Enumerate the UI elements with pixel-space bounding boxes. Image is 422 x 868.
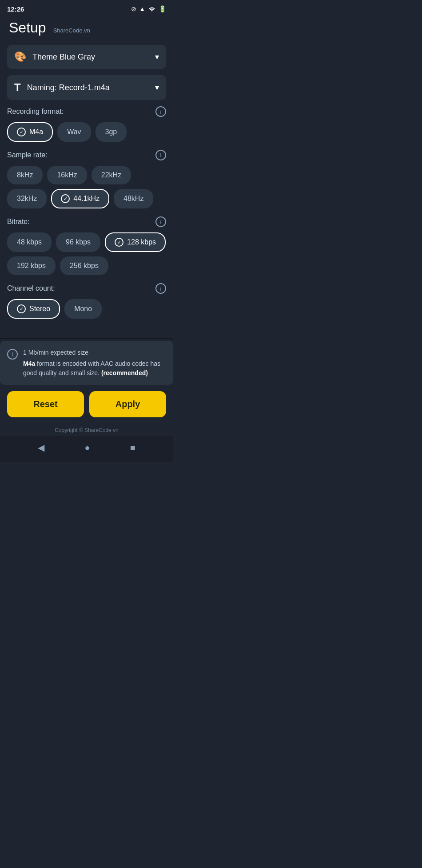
format-bold: M4a <box>23 360 35 367</box>
divider <box>0 338 173 339</box>
recording-format-title: Recording format: <box>7 108 64 116</box>
nav-recent-icon[interactable]: ■ <box>130 443 135 453</box>
dnd-icon: ⊘ <box>131 5 136 12</box>
sample-rate-title: Sample rate: <box>7 151 48 159</box>
bitrate-section: Bitrate: i 48 kbps 96 kbps ✓ 128 kbps 19… <box>7 216 166 275</box>
sample-rate-section: Sample rate: i 8kHz 16kHz 22kHz 32kHz ✓ … <box>7 150 166 208</box>
channel-stereo-button[interactable]: ✓ Stereo <box>7 299 60 319</box>
format-m4a-button[interactable]: ✓ M4a <box>7 122 53 142</box>
sample-44khz-button[interactable]: ✓ 44.1kHz <box>51 189 109 208</box>
naming-icon: T <box>14 81 21 94</box>
brand-label: ShareCode.vn <box>53 27 90 34</box>
apply-button[interactable]: Apply <box>89 391 166 417</box>
bitrate-info-icon[interactable]: i <box>155 216 166 227</box>
bitrate-128kbps-button[interactable]: ✓ 128 kbps <box>105 232 166 252</box>
reset-button[interactable]: Reset <box>7 391 84 417</box>
naming-dropdown[interactable]: T Naming: Record-1.m4a ▾ <box>7 75 166 100</box>
channel-mono-button[interactable]: Mono <box>64 299 102 319</box>
recommended-text: (recommended) <box>101 369 148 376</box>
sample-rate-options: 8kHz 16kHz 22kHz 32kHz ✓ 44.1kHz 48kHz <box>7 166 166 208</box>
sample-16khz-button[interactable]: 16kHz <box>47 166 87 184</box>
size-line: 1 Mb/min expected size <box>23 348 166 357</box>
info-banner-text: 1 Mb/min expected size M4a format is enc… <box>23 348 166 378</box>
signal-icon: ▲ <box>139 5 145 12</box>
info-banner-icon: i <box>7 349 18 360</box>
status-time: 12:26 <box>7 5 24 13</box>
info-banner: i 1 Mb/min expected size M4a format is e… <box>0 341 173 385</box>
channel-count-section: Channel count: i ✓ Stereo Mono <box>7 283 166 319</box>
bitrate-256kbps-button[interactable]: 256 kbps <box>60 256 108 275</box>
bottom-nav: ◀ ● ■ <box>0 436 173 462</box>
nav-home-icon[interactable]: ● <box>84 443 90 453</box>
stereo-check-icon: ✓ <box>17 304 26 313</box>
theme-chevron-icon: ▾ <box>155 52 159 62</box>
channel-count-info-icon[interactable]: i <box>155 283 166 294</box>
sample-48khz-button[interactable]: 48kHz <box>114 189 153 208</box>
theme-dropdown[interactable]: 🎨 Theme Blue Gray ▾ <box>7 45 166 69</box>
copyright: Copyright © ShareCode.vn <box>0 424 173 436</box>
bitrate-options: 48 kbps 96 kbps ✓ 128 kbps 192 kbps 256 … <box>7 232 166 275</box>
44khz-check-icon: ✓ <box>61 194 70 203</box>
channel-count-options: ✓ Stereo Mono <box>7 299 166 319</box>
m4a-check-icon: ✓ <box>17 128 26 136</box>
bitrate-title: Bitrate: <box>7 218 30 226</box>
nav-back-icon[interactable]: ◀ <box>38 442 44 453</box>
bitrate-48kbps-button[interactable]: 48 kbps <box>7 232 52 252</box>
action-bar: Reset Apply <box>0 385 173 424</box>
naming-chevron-icon: ▾ <box>155 83 159 92</box>
recording-format-section: Recording format: i ✓ M4a Wav 3gp <box>7 106 166 142</box>
sample-32khz-button[interactable]: 32kHz <box>7 189 47 208</box>
theme-label: Theme Blue Gray <box>32 52 95 62</box>
description-line: M4a format is encoded with AAC audio cod… <box>23 359 166 378</box>
main-content: 🎨 Theme Blue Gray ▾ T Naming: Record-1.m… <box>0 43 173 334</box>
128kbps-check-icon: ✓ <box>115 238 123 247</box>
header: Setup ShareCode.vn <box>0 16 173 43</box>
recording-format-info-icon[interactable]: i <box>155 106 166 117</box>
naming-label: Naming: Record-1.m4a <box>27 83 110 92</box>
wifi-icon <box>148 5 156 13</box>
battery-icon: 🔋 <box>159 5 166 12</box>
bitrate-192kbps-button[interactable]: 192 kbps <box>7 256 56 275</box>
status-bar: 12:26 ⊘ ▲ 🔋 <box>0 0 173 16</box>
status-icons: ⊘ ▲ 🔋 <box>131 5 166 13</box>
bitrate-96kbps-button[interactable]: 96 kbps <box>56 232 100 252</box>
sample-22khz-button[interactable]: 22kHz <box>92 166 131 184</box>
page-title: Setup <box>9 20 46 36</box>
format-wav-button[interactable]: Wav <box>57 122 91 142</box>
recording-format-options: ✓ M4a Wav 3gp <box>7 122 166 142</box>
theme-icon: 🎨 <box>14 51 26 63</box>
sample-8khz-button[interactable]: 8kHz <box>7 166 43 184</box>
format-3gp-button[interactable]: 3gp <box>96 122 127 142</box>
sample-rate-info-icon[interactable]: i <box>155 150 166 160</box>
channel-count-title: Channel count: <box>7 284 55 292</box>
